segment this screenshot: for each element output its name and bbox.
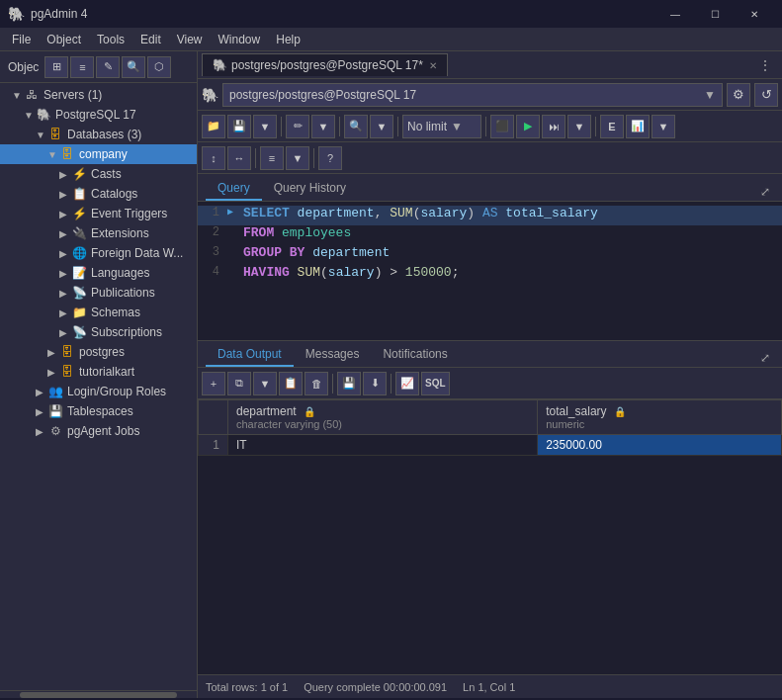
tree-item-extensions[interactable]: ▶ 🔌 Extensions	[0, 223, 197, 243]
save-btn[interactable]: 💾	[227, 115, 251, 138]
tab-messages[interactable]: Messages	[294, 343, 372, 367]
tree-item-casts[interactable]: ▶ ⚡ Casts	[0, 164, 197, 184]
data-expand-btn[interactable]: ⤢	[756, 349, 774, 367]
code-editor[interactable]: 1 ▶ SELECT department, SUM(salary) AS to…	[198, 202, 782, 340]
run-dropdown-btn[interactable]: ▼	[567, 115, 591, 138]
toolbar-list-btn[interactable]: ≡	[70, 56, 94, 78]
stop-btn[interactable]: ⬛	[490, 115, 514, 138]
minimize-button[interactable]: —	[655, 0, 695, 28]
col-header-department[interactable]: department 🔒 character varying (50)	[228, 400, 538, 435]
menu-file[interactable]: File	[4, 31, 39, 48]
run-btn[interactable]: ▶	[516, 115, 540, 138]
tree-item-servers[interactable]: ▼ 🖧 Servers (1)	[0, 85, 197, 105]
tab-more-button[interactable]: ⋮	[752, 57, 778, 73]
sql-btn[interactable]: SQL	[421, 372, 450, 395]
macros-dropdown-btn[interactable]: ▼	[286, 146, 309, 170]
save-data-btn[interactable]: 💾	[337, 372, 361, 395]
connection-select[interactable]: postgres/postgres@PostgreSQL 17 ▼	[222, 83, 723, 107]
edit-btn[interactable]: ✏	[286, 115, 309, 138]
tree-item-databases[interactable]: ▼ 🗄 Databases (3)	[0, 125, 197, 144]
tab-bar: 🐘 postgres/postgres@PostgreSQL 17* ✕ ⋮	[198, 51, 782, 79]
chart-btn[interactable]: 📈	[395, 372, 419, 395]
tab-query[interactable]: Query	[206, 177, 262, 201]
menu-view[interactable]: View	[169, 31, 211, 48]
icon-eventtriggers: ⚡	[71, 206, 87, 221]
toolbar-table-btn[interactable]: ⊞	[44, 56, 68, 78]
cell-department[interactable]: IT	[228, 435, 538, 456]
filter-btn[interactable]: 🔍	[344, 115, 368, 138]
connection-settings-btn[interactable]: ⚙	[727, 83, 750, 107]
tree-item-subscriptions[interactable]: ▶ 📡 Subscriptions	[0, 322, 197, 342]
menu-window[interactable]: Window	[211, 31, 269, 48]
close-button[interactable]: ✕	[735, 0, 774, 28]
line-num-3: 3	[198, 245, 227, 259]
macros-btn[interactable]: ≡	[260, 146, 284, 170]
tree-item-pgagent[interactable]: ▶ ⚙ pgAgent Jobs	[0, 421, 197, 441]
menu-tools[interactable]: Tools	[89, 31, 132, 48]
left-panel: Objec ⊞ ≡ ✎ 🔍 ⬡ ▼ 🖧 Servers (1) ▼ 🐘 Post…	[0, 51, 198, 698]
menu-help[interactable]: Help	[268, 31, 308, 48]
copy-btn[interactable]: ⧉	[227, 372, 251, 395]
copy-dropdown-btn[interactable]: ▼	[253, 372, 277, 395]
download-btn[interactable]: ⬇	[363, 372, 387, 395]
tree-item-roles[interactable]: ▶ 👥 Login/Group Roles	[0, 382, 197, 401]
add-row-btn[interactable]: +	[202, 372, 225, 395]
paste-btn[interactable]: 📋	[279, 372, 303, 395]
tree: ▼ 🖧 Servers (1) ▼ 🐘 PostgreSQL 17 ▼ 🗄 Da…	[0, 83, 197, 690]
delete-row-btn[interactable]: 🗑	[304, 372, 328, 395]
cell-total-salary[interactable]: 235000.00	[538, 435, 782, 456]
menu-edit[interactable]: Edit	[132, 31, 169, 48]
close-tab-button[interactable]: ✕	[429, 60, 437, 71]
arrow-postgres-db: ▶	[47, 347, 59, 358]
arrow-publications: ▶	[59, 288, 71, 299]
tree-item-foreigndata[interactable]: ▶ 🌐 Foreign Data W...	[0, 243, 197, 263]
tree-item-postgres-db[interactable]: ▶ 🗄 postgres	[0, 342, 197, 362]
code-line-4: 4 HAVING SUM(salary) > 150000;	[198, 265, 782, 285]
save-dropdown-btn[interactable]: ▼	[253, 115, 277, 138]
col-header-total-salary[interactable]: total_salary 🔒 numeric	[538, 400, 782, 435]
tree-item-company[interactable]: ▼ 🗄 company	[0, 144, 197, 164]
tab-notifications[interactable]: Notifications	[371, 343, 459, 367]
run-explain-btn[interactable]: ⏭	[542, 115, 565, 138]
filter-dropdown-btn[interactable]: ▼	[370, 115, 393, 138]
status-query-status: Query complete 00:00:00.091	[304, 681, 447, 693]
icon-subscriptions: 📡	[71, 324, 87, 340]
query-tab-main[interactable]: 🐘 postgres/postgres@PostgreSQL 17* ✕	[202, 53, 448, 76]
analyze-btn[interactable]: 📊	[626, 115, 650, 138]
explain-btn[interactable]: E	[600, 115, 624, 138]
menu-object[interactable]: Object	[39, 31, 89, 48]
label-languages: Languages	[91, 266, 149, 280]
tree-item-publications[interactable]: ▶ 📡 Publications	[0, 283, 197, 303]
line-num-4: 4	[198, 265, 227, 279]
maximize-button[interactable]: ☐	[695, 0, 735, 28]
title-bar: 🐘 pgAdmin 4 — ☐ ✕	[0, 0, 782, 28]
tab-data-output[interactable]: Data Output	[206, 343, 294, 367]
tree-item-schemas[interactable]: ▶ 📁 Schemas	[0, 303, 197, 322]
tab-db-icon: 🐘	[213, 58, 227, 72]
help-btn[interactable]: ?	[318, 146, 342, 170]
rollback-btn[interactable]: ↔	[227, 146, 251, 170]
icon-postgres-db: 🗄	[59, 344, 75, 360]
tree-item-languages[interactable]: ▶ 📝 Languages	[0, 263, 197, 283]
connection-refresh-btn[interactable]: ↺	[754, 83, 778, 107]
separator1	[281, 117, 282, 136]
toolbar-search-btn[interactable]: 🔍	[122, 56, 145, 78]
scroll-bar[interactable]	[20, 692, 177, 698]
label-tablespaces: Tablespaces	[67, 404, 133, 418]
tab-query-history[interactable]: Query History	[262, 177, 358, 201]
edit-dropdown-btn[interactable]: ▼	[311, 115, 335, 138]
tree-item-pg17[interactable]: ▼ 🐘 PostgreSQL 17	[0, 105, 197, 125]
tree-item-catalogs[interactable]: ▶ 📋 Catalogs	[0, 184, 197, 204]
row-limit-select[interactable]: No limit ▼	[402, 115, 481, 138]
tree-item-eventtriggers[interactable]: ▶ ⚡ Event Triggers	[0, 204, 197, 223]
open-file-btn[interactable]: 📁	[202, 115, 225, 138]
toolbar-refresh-btn[interactable]: ⬡	[147, 56, 171, 78]
tree-item-tutorialkart[interactable]: ▶ 🗄 tutorialkart	[0, 362, 197, 382]
tree-item-tablespaces[interactable]: ▶ 💾 Tablespaces	[0, 401, 197, 421]
toolbar-edit-btn[interactable]: ✎	[96, 56, 120, 78]
analyze-dropdown-btn[interactable]: ▼	[652, 115, 675, 138]
commit-btn[interactable]: ↕	[202, 146, 225, 170]
data-section: Data Output Messages Notifications ⤢ + ⧉…	[198, 340, 782, 698]
query-expand-btn[interactable]: ⤢	[756, 183, 774, 201]
separator9	[391, 374, 391, 394]
